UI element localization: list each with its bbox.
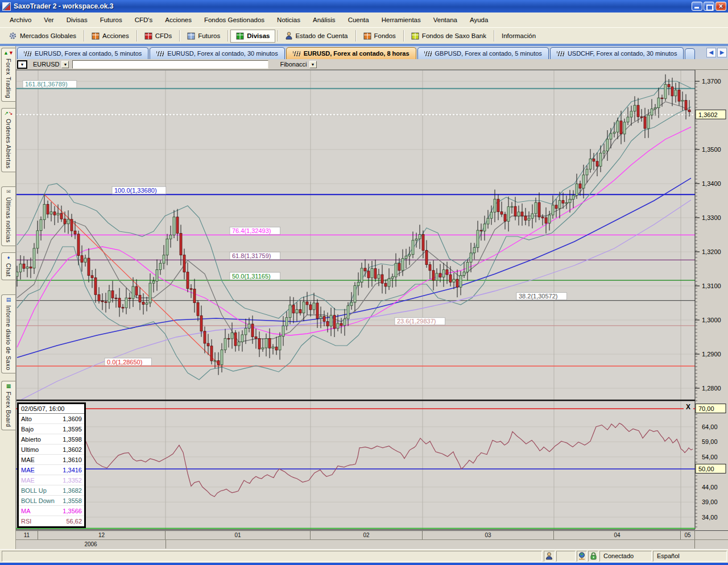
menu-item-futuros[interactable]: Futuros: [94, 14, 129, 26]
board-icon: ▦: [6, 383, 11, 390]
title-bar[interactable]: SaxoTrader 2 - workspace.ok.3 ×: [0, 0, 728, 13]
tab-scroll-right-icon[interactable]: ▶: [717, 48, 727, 57]
toolbar-separator: [278, 30, 278, 41]
toolbar-button-futuros[interactable]: Futuros: [182, 30, 225, 42]
svg-text:100.0(1,33680): 100.0(1,33680): [114, 187, 157, 194]
tooltip-value: 1,3566: [63, 508, 82, 514]
app-icon: [2, 2, 11, 11]
year-cell: 2006: [16, 540, 166, 549]
tab-eurusd-forex-al-contado-8-horas[interactable]: EURUSD, Forex al contado, 8 horas: [286, 47, 416, 59]
menu-item-ayuda[interactable]: Ayuda: [464, 14, 494, 26]
menu-item-archivo[interactable]: Archivo: [3, 14, 38, 26]
toolbar-button-cfds[interactable]: CFDs: [139, 30, 177, 42]
secure-status-cell: [588, 551, 598, 562]
tab-usdchf-forex-al-contado-30-minutos[interactable]: USDCHF, Forex al contado, 30 minutos: [550, 47, 684, 59]
month-cell: 05: [681, 531, 695, 539]
tab-partial[interactable]: [685, 48, 695, 59]
toolbar-button-fondos[interactable]: Fondos: [358, 30, 401, 42]
sidebar-tab-label: Chat: [5, 263, 12, 277]
person-icon: [545, 552, 553, 560]
symbol-dropdown-icon[interactable]: ▼: [61, 61, 69, 68]
rsi-close-icon[interactable]: X: [684, 402, 693, 411]
tooltip-row-boll-up: BOLL Up1,3682: [19, 485, 84, 496]
month-cell: 12: [38, 531, 166, 539]
updown-arrows-icon: ▲▼: [3, 50, 14, 57]
fib-label-161-8: 161.8(1,36789): [23, 81, 77, 88]
tooltip-value: 1,3352: [63, 477, 82, 484]
status-message-cell: [2, 551, 542, 562]
toolbar-button-label: Futuros: [198, 32, 220, 39]
toolbar-button-informaci-n[interactable]: Información: [497, 30, 541, 41]
toolbar-button-estado-de-cuenta[interactable]: Estado de Cuenta: [280, 30, 353, 42]
indicator-dropdown-icon[interactable]: ▼: [309, 61, 317, 68]
sidebar-tab-informe-diario-de-saxo[interactable]: ▤Informe diario de Saxo: [1, 294, 15, 373]
table-orange-icon: [363, 32, 371, 40]
fib-label-61-8: 61.8(1,31759): [230, 252, 280, 259]
toolbar-separator: [136, 30, 137, 41]
sidebar-tab-forex-board[interactable]: ▦Forex Board: [1, 381, 15, 430]
menu-item-cfd-s[interactable]: CFD's: [129, 14, 159, 26]
menu-item-divisas[interactable]: Divisas: [60, 14, 94, 26]
month-cell: 04: [554, 531, 681, 539]
table-yellow-icon: [411, 32, 419, 40]
rsi-axis-label: 64,00: [702, 423, 718, 430]
price-axis-label: 1,3400: [702, 180, 721, 187]
toolbar-separator: [228, 30, 228, 41]
tooltip-label: MAE: [21, 467, 35, 473]
menu-item-herramientas[interactable]: Herramientas: [375, 14, 427, 26]
menu-bar: ArchivoVerDivisasFuturosCFD'sAccionesFon…: [0, 13, 728, 27]
tab-strip: EURUSD, Forex al contado, 5 minutosEURUS…: [16, 46, 728, 59]
tab-label: EURUSD, Forex al contado, 8 horas: [304, 50, 410, 57]
gear-icon: [9, 32, 17, 40]
tab-scroll-left-icon[interactable]: ◀: [706, 48, 716, 57]
tooltip-row-ma: MA1,3566: [19, 506, 84, 516]
tooltip-row-alto: Alto1,3609: [19, 414, 84, 424]
tooltip-row-ultimo: Ultimo1,3602: [19, 444, 84, 455]
sidebar-tab-ordenes-abiertas[interactable]: ↗↘Ordenes Abiertas: [1, 108, 15, 172]
chart-hatch-icon: [24, 51, 31, 56]
tooltip-timestamp: 02/05/07, 16:00: [19, 404, 84, 414]
rsi-level-box: 50,00: [696, 464, 726, 473]
toolbar-button-mercados-globales[interactable]: Mercados Globales: [3, 30, 81, 42]
menu-item-an-lisis[interactable]: Análisis: [307, 14, 342, 26]
toolbar-separator: [84, 30, 84, 41]
tooltip-row-boll-down: BOLL Down1,3558: [19, 496, 84, 506]
price-axis-label: 1,3700: [702, 78, 721, 85]
tab-gbpusd-forex-al-contado-5-minutos[interactable]: GBPUSD, Forex al contado, 5 minutos: [417, 47, 549, 59]
menu-item-fondos-gestionados[interactable]: Fondos Gestionados: [198, 14, 271, 26]
symbol-search-input[interactable]: [72, 60, 268, 69]
menu-item-cuenta[interactable]: Cuenta: [342, 14, 375, 26]
close-button[interactable]: ×: [715, 2, 726, 11]
indicator-label: Fibonacci: [280, 61, 307, 68]
minimize-button[interactable]: [692, 2, 702, 11]
toolbar-button-divisas[interactable]: Divisas: [230, 30, 275, 43]
toolbar-button-label: Fondos: [374, 32, 396, 39]
sidebar-tab-ltimas-noticias[interactable]: ✉Últimas noticias: [1, 186, 15, 246]
toolbar-button-fondos-de-saxo-bank[interactable]: Fondos de Saxo Bank: [406, 30, 491, 42]
price-chart[interactable]: 1,37001,35001,34001,33001,32001,31001,30…: [16, 70, 728, 530]
menu-item-ver[interactable]: Ver: [38, 14, 60, 26]
toolbar-button-acciones[interactable]: Acciones: [86, 30, 134, 42]
user-status-cell: [544, 551, 555, 562]
chart-hatch-icon: [156, 51, 164, 56]
fib-label-50-0: 50.0(1,31165): [230, 272, 280, 280]
menu-item-acciones[interactable]: Acciones: [159, 14, 198, 26]
tab-eurusd-forex-al-contado-30-minutos[interactable]: EURUSD, Forex al contado, 30 minutos: [150, 47, 284, 59]
chart-menu-dropdown[interactable]: ▼: [17, 60, 27, 69]
tooltip-label: Alto: [21, 416, 32, 422]
price-axis-label: 1,3500: [702, 146, 721, 153]
restore-button[interactable]: [704, 2, 714, 11]
tab-eurusd-forex-al-contado-5-minutos[interactable]: EURUSD, Forex al contado, 5 minutos: [17, 47, 148, 59]
menu-item-ventana[interactable]: Ventana: [427, 14, 464, 26]
language-selector[interactable]: Español: [653, 551, 727, 562]
menu-item-noticias[interactable]: Noticias: [271, 14, 307, 26]
sidebar-tab-chat[interactable]: ♦Chat: [1, 252, 15, 280]
month-axis: 11120102030405: [16, 530, 728, 539]
svg-text:38.2(1,30572): 38.2(1,30572): [519, 293, 558, 300]
network-globe-icon: [578, 552, 586, 560]
sidebar-tab-forex-trading[interactable]: ▲▼Forex Trading: [1, 48, 15, 102]
status-bar: Conectado Español: [0, 549, 728, 563]
price-axis-label: 1,2800: [702, 385, 721, 392]
rsi-axis-label: 39,00: [702, 498, 718, 505]
orders-arrows-icon: ↗↘: [4, 110, 13, 117]
